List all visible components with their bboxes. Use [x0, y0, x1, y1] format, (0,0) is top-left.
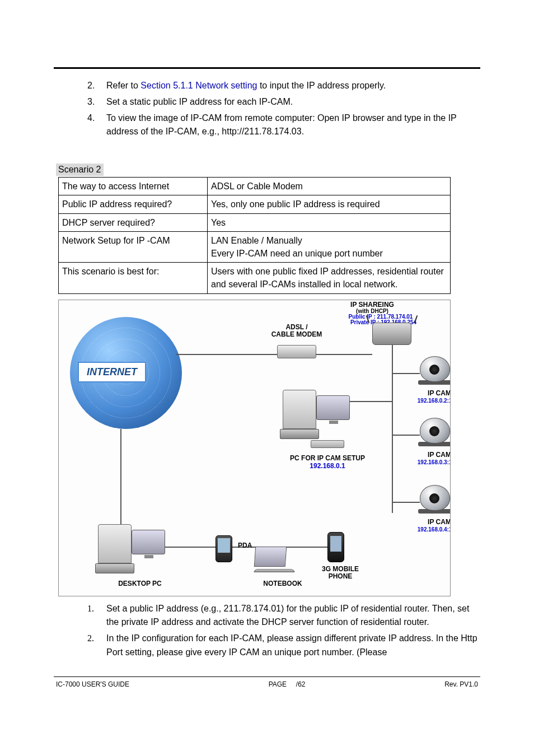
connector-line	[176, 354, 277, 355]
ipcam2-ip: 192.168.0.3:1026	[406, 459, 451, 466]
list-item: 3. Set a static public IP address for ea…	[87, 95, 480, 109]
list-item: 2. Refer to Section 5.1.1 Network settin…	[87, 79, 480, 93]
ipcam3-ip: 192.168.0.4:1027	[406, 526, 451, 533]
page-footer: IC-7000 USER'S GUIDE PAGE 52/62 Rev. PV1…	[54, 680, 480, 688]
connector-line	[392, 502, 420, 503]
connector-line	[392, 435, 420, 436]
ipcam-label: IP CAM	[411, 451, 451, 459]
phone-label: 3G MOBILE PHONE	[315, 566, 366, 581]
pc-setup-label: PC FOR IP CAM SETUP	[277, 455, 378, 463]
ipcam-label: IP CAM	[411, 390, 451, 398]
table-cell: Yes, only one public IP address is requi…	[208, 195, 451, 213]
modem-icon	[277, 345, 316, 358]
phone-icon	[327, 532, 344, 562]
pc-tower-icon	[283, 390, 316, 440]
table-row: This scenario is best for: Users with on…	[59, 263, 451, 293]
monitor-icon	[316, 395, 350, 420]
list-number: 2.	[87, 79, 106, 93]
monitor-icon	[132, 530, 165, 554]
scenario-table: The way to access Internet ADSL or Cable…	[58, 177, 451, 293]
notebook-label: NOTEBOOK	[255, 580, 311, 588]
laptop-icon	[255, 547, 294, 575]
connector-line	[316, 354, 372, 355]
table-cell: The way to access Internet	[59, 178, 208, 195]
list-body: Set a public IP address (e.g., 211.78.17…	[106, 602, 480, 630]
list-body: In the IP configuration for each IP-CAM,…	[106, 632, 480, 660]
list-item: 1. Set a public IP address (e.g., 211.78…	[87, 602, 480, 630]
table-cell: DHCP server required?	[59, 213, 208, 231]
ipcam-icon	[420, 418, 451, 448]
desktop-label: DESKTOP PC	[109, 580, 171, 588]
list-number: 1.	[87, 602, 106, 630]
footer-left: IC-7000 USER'S GUIDE	[56, 680, 129, 688]
keyboard-icon	[311, 440, 344, 448]
table-row: DHCP server required? Yes	[59, 213, 451, 231]
internet-label: INTERNET	[78, 362, 146, 382]
footer-center: PAGE 52/62	[269, 680, 306, 688]
page: 2. Refer to Section 5.1.1 Network settin…	[0, 0, 534, 711]
router-icon	[372, 323, 411, 345]
footer-right: Rev. PV1.0	[444, 680, 478, 688]
table-cell: LAN Enable / Manually Every IP-CAM need …	[208, 231, 451, 262]
table-cell: Network Setup for IP -CAM	[59, 231, 208, 262]
table-cell: This scenario is best for:	[59, 263, 208, 293]
table-cell: Public IP address required?	[59, 195, 208, 213]
table-cell: Yes	[208, 213, 451, 231]
modem-label: ADSL / CABLE MODEM	[266, 324, 327, 339]
table-row: Public IP address required? Yes, only on…	[59, 195, 451, 213]
ipcam1-ip: 192.168.0.2:1025	[406, 398, 451, 404]
list-number: 3.	[87, 95, 106, 109]
list-number: 2.	[87, 632, 106, 660]
top-rule	[54, 67, 480, 69]
pc-setup-ip: 192.168.0.1	[277, 463, 378, 470]
network-diagram: INTERNET ADSL / CABLE MODEM IP SHAREING …	[58, 300, 451, 596]
pda-icon	[216, 535, 232, 562]
ipcam-icon	[420, 356, 451, 386]
section-link[interactable]: Section 5.1.1 Network setting	[140, 81, 257, 90]
list-item: 4. To view the image of IP-CAM from remo…	[87, 111, 480, 139]
text: Refer to	[106, 81, 140, 90]
connector-line	[392, 373, 420, 374]
pc-tower-icon	[98, 524, 132, 575]
text: to input the IP address properly.	[260, 81, 386, 90]
list-number: 4.	[87, 111, 106, 139]
table-row: The way to access Internet ADSL or Cable…	[59, 178, 451, 195]
connector-line	[392, 345, 393, 513]
list-body: Set a static public IP address for each …	[106, 95, 480, 109]
list-body: Refer to Section 5.1.1 Network setting t…	[106, 79, 480, 93]
table-cell: ADSL or Cable Modem	[208, 178, 451, 195]
list-item: 2. In the IP configuration for each IP-C…	[87, 632, 480, 660]
ipcam-label: IP CAM	[411, 519, 451, 526]
footer-rule	[54, 676, 480, 677]
table-cell: Users with one public fixed IP addresses…	[208, 263, 451, 293]
table-row: Network Setup for IP -CAM LAN Enable / M…	[59, 231, 451, 262]
ipcam-icon	[420, 485, 451, 515]
connector-line	[120, 429, 121, 535]
scenario-heading: Scenario 2	[56, 164, 104, 176]
list-body: To view the image of IP-CAM from remote …	[106, 111, 480, 139]
